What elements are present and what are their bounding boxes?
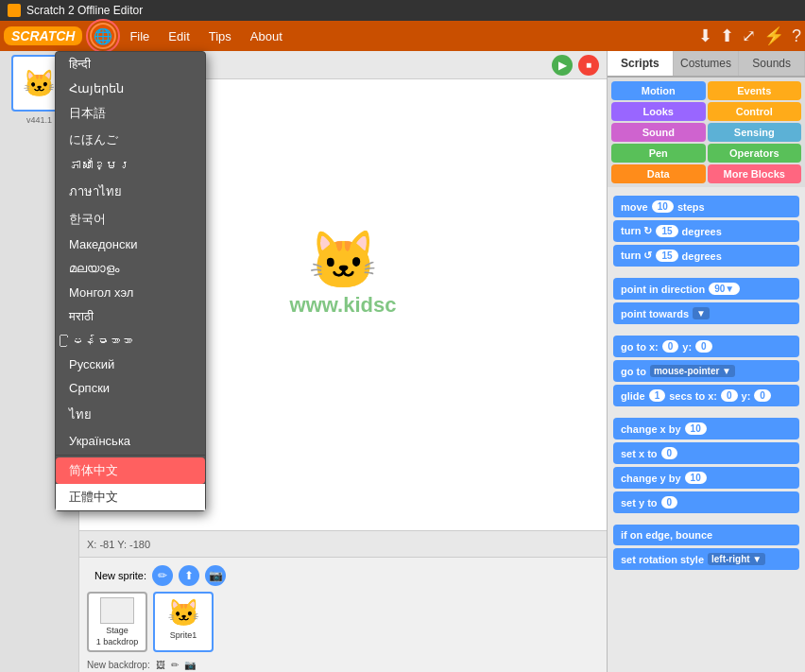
- block-goto-x: 0: [662, 340, 679, 353]
- block-goto-xy[interactable]: go to x: 0 y: 0: [613, 336, 799, 357]
- block-direction-value: 90▼: [709, 283, 740, 295]
- app-title: Scratch 2 Offline Editor: [26, 4, 143, 17]
- block-if-on-edge[interactable]: if on edge, bounce: [613, 525, 799, 545]
- upload-backdrop-icon[interactable]: ✏: [171, 660, 179, 670]
- stamp-new-sprite[interactable]: ⬆: [179, 565, 199, 586]
- block-point-direction[interactable]: point in direction 90▼: [613, 278, 799, 300]
- sprite-on-stage: 🐱: [308, 226, 379, 293]
- cat-control[interactable]: Control: [708, 102, 802, 121]
- block-set-x-value: 0: [661, 447, 678, 459]
- cat-events[interactable]: Events: [708, 81, 802, 100]
- language-dropdown[interactable]: हिन्दी Հայերեն 日本語 にほんご ភាសាខ្មែរ ภาษาไท…: [55, 51, 206, 511]
- block-set-y[interactable]: set y to 0: [613, 491, 799, 513]
- stage-thumbnail-item[interactable]: Stage 1 backdrop: [87, 592, 147, 652]
- block-glide-x: 0: [721, 389, 738, 402]
- language-button[interactable]: 🌐: [90, 23, 116, 49]
- lang-korean[interactable]: 한국어: [56, 206, 205, 233]
- lang-japanese[interactable]: 日本語: [56, 100, 205, 127]
- block-turn-ccw[interactable]: turn ↺ 15 degrees: [613, 245, 799, 267]
- block-glide-y: 0: [754, 389, 771, 402]
- block-towards-dropdown[interactable]: ▼: [693, 307, 710, 319]
- cat-motion[interactable]: Motion: [611, 81, 706, 100]
- new-sprite-label: New sprite:: [94, 570, 146, 581]
- paint-backdrop-icon[interactable]: 🖼: [156, 660, 165, 670]
- block-move-value: 10: [652, 200, 674, 213]
- block-turn-ccw-value: 15: [656, 250, 677, 262]
- cat-pen[interactable]: Pen: [611, 144, 706, 163]
- title-bar: Scratch 2 Offline Editor: [0, 0, 805, 21]
- sprite1-name: Sprite1: [170, 630, 197, 640]
- lang-malayalam[interactable]: മലയാളം: [56, 256, 205, 281]
- sprite1-icon: 🐱: [167, 597, 200, 629]
- fullscreen-icon[interactable]: ⤢: [742, 26, 756, 46]
- block-turn-cw[interactable]: turn ↻ 15 degrees: [613, 220, 799, 242]
- block-glide[interactable]: glide 1 secs to x: 0 y: 0: [613, 385, 799, 406]
- lang-simplified-chinese[interactable]: 简体中文: [56, 457, 205, 484]
- upload-icon[interactable]: ⬆: [720, 26, 734, 46]
- cat-data[interactable]: Data: [611, 164, 706, 183]
- lang-thai[interactable]: ไทย: [56, 400, 205, 429]
- new-backdrop-label: New backdrop:: [87, 660, 150, 670]
- paint-new-sprite[interactable]: ✏: [152, 565, 173, 586]
- cat-sound[interactable]: Sound: [611, 123, 706, 142]
- lang-traditional-chinese[interactable]: 正體中文: [56, 484, 205, 510]
- block-move[interactable]: move 10 steps: [613, 196, 799, 217]
- menu-about[interactable]: About: [241, 26, 292, 47]
- block-change-x[interactable]: change x by 10: [613, 418, 799, 439]
- watermark: www.kidsc: [290, 293, 397, 318]
- green-flag-button[interactable]: ▶: [552, 55, 573, 76]
- help-icon[interactable]: ?: [792, 26, 801, 46]
- block-change-y-value: 10: [685, 472, 707, 484]
- tab-costumes[interactable]: Costumes: [674, 51, 740, 76]
- block-rotation-style[interactable]: set rotation style left-right ▼: [613, 548, 799, 570]
- lang-serbian[interactable]: Српски: [56, 376, 205, 400]
- lang-armenian[interactable]: Հայերեն: [56, 77, 205, 100]
- lang-marathi[interactable]: मराठी: [56, 304, 205, 329]
- toolbar-icons: ⬇ ⬆ ⤢ ⚡ ?: [698, 26, 801, 46]
- cat-looks[interactable]: Looks: [611, 102, 706, 121]
- menu-bar: SCRATCH 🌐 File Edit Tips About ⬇ ⬆ ⤢ ⚡ ?: [0, 21, 805, 51]
- lang-thai-script[interactable]: ภาษาไทย: [56, 177, 205, 206]
- block-set-x[interactable]: set x to 0: [613, 442, 799, 464]
- import-icon[interactable]: ⬇: [698, 26, 712, 46]
- lang-japanese-kana[interactable]: にほんご: [56, 127, 205, 153]
- right-panel: Scripts Costumes Sounds Motion Events Lo…: [607, 51, 805, 672]
- tab-scripts[interactable]: Scripts: [608, 51, 674, 76]
- stage-item-name: Stage: [106, 626, 128, 635]
- block-goto-target[interactable]: go to mouse-pointer ▼: [613, 360, 799, 382]
- lang-russian[interactable]: Русский: [56, 353, 205, 376]
- stop-button[interactable]: ■: [578, 55, 599, 76]
- stage-item-sub: 1 backdrop: [96, 637, 139, 646]
- block-change-y[interactable]: change y by 10: [613, 467, 799, 489]
- menu-tips[interactable]: Tips: [199, 26, 241, 47]
- camera-backdrop-icon[interactable]: 📷: [184, 660, 196, 670]
- version-label: v441.1: [26, 115, 52, 125]
- block-set-y-value: 0: [661, 496, 678, 508]
- block-glide-secs: 1: [649, 389, 666, 402]
- block-turn-cw-value: 15: [656, 225, 677, 237]
- menu-file[interactable]: File: [120, 26, 159, 47]
- cat-more-blocks[interactable]: More Blocks: [708, 164, 802, 183]
- sprite1-thumbnail[interactable]: 🐱 Sprite1: [153, 592, 214, 652]
- turbo-icon[interactable]: ⚡: [763, 26, 784, 46]
- block-rotation-dropdown[interactable]: left-right ▼: [708, 553, 765, 565]
- camera-new-sprite[interactable]: 📷: [205, 565, 226, 586]
- app-icon: [8, 4, 21, 17]
- highlight-ring: [86, 19, 120, 53]
- tab-sounds[interactable]: Sounds: [739, 51, 805, 76]
- lang-khmer[interactable]: ភាសាខ្មែរ: [56, 153, 205, 177]
- block-point-towards[interactable]: point towards ▼: [613, 302, 799, 324]
- lang-ukrainian[interactable]: Українська: [56, 429, 205, 453]
- stage-bottom-bar: X: -81 Y: -180: [79, 530, 607, 557]
- editor-tabs: Scripts Costumes Sounds: [608, 51, 805, 78]
- lang-myanmar[interactable]: မြန်မာဘာသာ: [56, 329, 205, 353]
- menu-edit[interactable]: Edit: [159, 26, 198, 47]
- cat-sensing[interactable]: Sensing: [708, 123, 802, 142]
- lang-mongolian[interactable]: Монгол хэл: [56, 281, 205, 304]
- block-goto-y: 0: [695, 340, 712, 353]
- scratch-logo: SCRATCH: [4, 26, 82, 45]
- cat-operators[interactable]: Operators: [708, 144, 802, 163]
- lang-hindi[interactable]: हिन्दी: [56, 52, 205, 77]
- lang-macedonian[interactable]: Македонски: [56, 233, 205, 256]
- block-goto-dropdown[interactable]: mouse-pointer ▼: [650, 365, 735, 377]
